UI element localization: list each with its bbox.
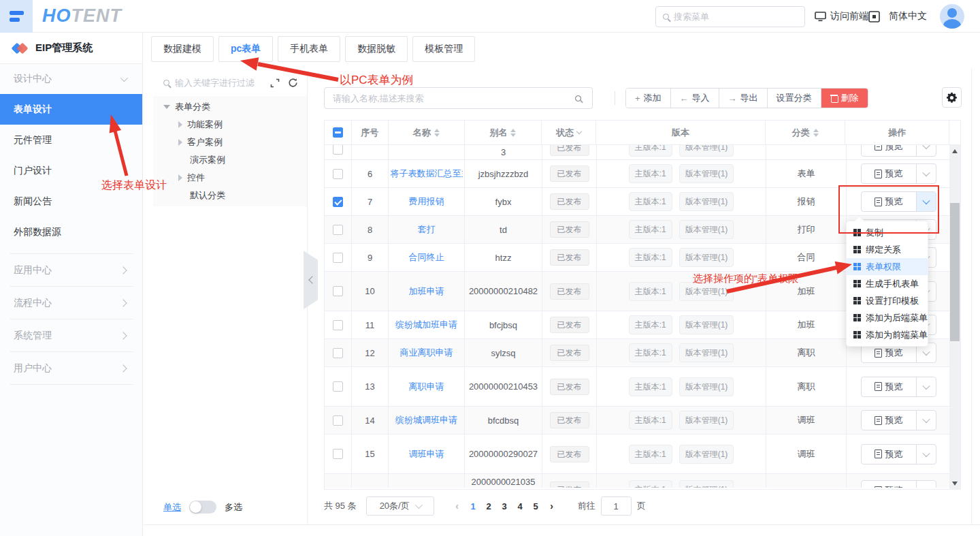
sidebar-group[interactable]: 应用中心 (0, 254, 142, 286)
row-checkbox[interactable] (333, 320, 343, 330)
delete-button[interactable]: 删除 (821, 89, 868, 108)
more-actions-caret[interactable] (917, 377, 936, 396)
prev-page-button[interactable]: ‹ (449, 501, 466, 511)
tree-node[interactable]: 功能案例 (153, 116, 307, 133)
tree-caret-icon[interactable] (163, 105, 170, 109)
column-header-status[interactable]: 状态 (542, 121, 596, 144)
tree-caret-icon[interactable] (178, 160, 185, 161)
refresh-tree-button[interactable] (287, 77, 299, 89)
column-settings-button[interactable] (942, 87, 962, 108)
tree-node[interactable]: 客户案例 (153, 133, 307, 151)
tree-caret-icon[interactable] (178, 139, 182, 146)
version-manage-tag[interactable]: 版本管理(1) (679, 164, 734, 183)
row-checkbox[interactable] (333, 225, 343, 235)
version-manage-tag[interactable]: 版本管理(1) (679, 145, 734, 157)
preview-button[interactable]: 预览 (862, 445, 917, 464)
single-select-link[interactable]: 单选 (163, 501, 181, 514)
row-checkbox[interactable] (333, 381, 343, 392)
more-actions-caret[interactable] (917, 411, 936, 430)
select-mode-toggle[interactable] (189, 501, 216, 514)
main-version-tag[interactable]: 主版本:1 (629, 145, 672, 157)
version-manage-tag[interactable]: 版本管理(1) (679, 220, 734, 239)
page-number[interactable]: 4 (512, 501, 528, 511)
main-version-tag[interactable]: 主版本:1 (629, 411, 672, 430)
version-manage-tag[interactable]: 版本管理(1) (679, 282, 734, 301)
sidebar-item[interactable]: 新闻公告 (0, 186, 142, 217)
preview-button[interactable]: 预览 (862, 192, 917, 211)
version-manage-tag[interactable]: 版本管理(1) (679, 377, 734, 396)
sidebar-item[interactable]: 外部数据源 (0, 217, 142, 247)
table-scrollbar[interactable] (949, 145, 960, 490)
sidebar-item[interactable]: 门户设计 (0, 155, 142, 186)
row-checkbox[interactable] (333, 197, 343, 207)
main-version-tag[interactable]: 主版本:1 (629, 480, 672, 488)
row-checkbox[interactable] (333, 253, 343, 263)
main-version-tag[interactable]: 主版本:1 (629, 377, 672, 396)
version-manage-tag[interactable]: 版本管理(1) (679, 315, 734, 334)
column-header-alias[interactable]: 别名 (465, 121, 542, 144)
panel-collapse-handle[interactable] (304, 251, 318, 309)
import-button[interactable]: ← 导入 (671, 89, 719, 108)
tree-filter-box[interactable] (153, 72, 307, 94)
dropdown-menu-item[interactable]: 添加为前端菜单 (847, 326, 928, 343)
sidebar-toggle-button[interactable] (0, 0, 33, 33)
main-version-tag[interactable]: 主版本:1 (629, 248, 672, 267)
row-checkbox[interactable] (333, 415, 343, 426)
main-version-tag[interactable]: 主版本:1 (629, 343, 672, 362)
menu-search-input[interactable] (674, 12, 798, 22)
more-actions-caret[interactable] (917, 445, 936, 464)
version-manage-tag[interactable]: 版本管理(1) (679, 480, 734, 488)
page-number[interactable]: 3 (497, 501, 512, 511)
dropdown-menu-item[interactable]: 绑定关系 (847, 241, 928, 258)
visit-frontend-link[interactable]: 访问前端 (815, 0, 868, 33)
form-name-link[interactable]: 将子表数据汇总至主 (391, 168, 463, 180)
form-name-link[interactable]: 缤纷城加班申请 (395, 319, 457, 331)
sidebar-item[interactable]: 表单设计 (0, 94, 142, 125)
tree-node[interactable]: 控件 (153, 169, 307, 187)
row-checkbox[interactable] (333, 348, 343, 358)
user-avatar[interactable] (940, 4, 964, 29)
sidebar-item[interactable]: 元件管理 (0, 125, 142, 155)
preview-split-button[interactable]: 预览 (861, 410, 936, 430)
tree-caret-icon[interactable] (178, 174, 182, 181)
page-number[interactable]: 5 (528, 501, 544, 511)
sidebar-group[interactable]: 系统管理 (0, 319, 142, 351)
preview-split-button[interactable]: 预览 (861, 444, 936, 464)
more-actions-caret[interactable] (917, 192, 936, 211)
row-checkbox[interactable] (333, 169, 343, 179)
main-version-tag[interactable]: 主版本:1 (629, 315, 672, 334)
menu-search-box[interactable] (655, 6, 805, 27)
dropdown-menu-item[interactable]: 添加为后端菜单 (847, 309, 928, 326)
page-size-select[interactable]: 20条/页 (366, 496, 434, 516)
version-manage-tag[interactable]: 版本管理(1) (679, 343, 734, 362)
sort-icon[interactable] (813, 129, 819, 137)
export-button[interactable]: → 导出 (719, 89, 768, 108)
tree-node[interactable]: 表单分类 (153, 98, 307, 116)
main-version-tag[interactable]: 主版本:1 (629, 445, 672, 464)
preview-button[interactable]: 预览 (862, 164, 917, 183)
tree-caret-icon[interactable] (178, 195, 185, 196)
main-version-tag[interactable]: 主版本:1 (629, 220, 672, 239)
form-name-link[interactable]: 缤纷城调班申请 (395, 414, 457, 426)
tab[interactable]: 模板管理 (412, 36, 475, 62)
preview-button[interactable]: 预览 (862, 377, 917, 396)
form-name-link[interactable]: 调班申请 (409, 448, 444, 460)
preview-split-button[interactable]: 预览 (861, 480, 936, 488)
page-number[interactable]: 2 (481, 501, 497, 511)
column-header-category[interactable]: 分类 (766, 121, 846, 144)
row-checkbox[interactable] (333, 145, 343, 155)
form-name-link[interactable]: 合同终止 (409, 251, 444, 264)
add-button[interactable]: + 添加 (626, 89, 671, 108)
form-name-link[interactable]: 套打 (418, 223, 436, 236)
row-checkbox[interactable] (333, 286, 343, 296)
sidebar-group[interactable]: 用户中心 (0, 352, 142, 384)
column-header-name[interactable]: 名称 (389, 121, 465, 144)
version-manage-tag[interactable]: 版本管理(1) (679, 248, 734, 267)
preview-split-button[interactable]: 预览 (861, 145, 936, 157)
language-switcher[interactable]: 简体中文 (889, 0, 927, 33)
tree-caret-icon[interactable] (178, 121, 182, 128)
next-page-button[interactable]: › (544, 501, 560, 511)
scroll-up-arrow-icon[interactable] (952, 149, 958, 153)
fullscreen-button[interactable] (868, 0, 880, 33)
preview-split-button[interactable]: 预览 (861, 377, 936, 397)
